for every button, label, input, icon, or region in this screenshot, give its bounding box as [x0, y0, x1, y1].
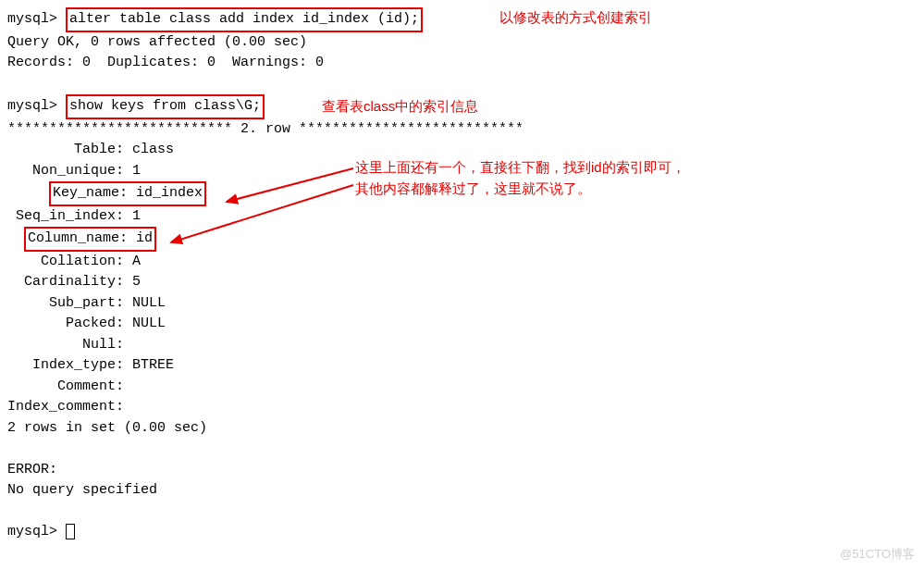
row-header: *************************** 2. row *****…	[7, 119, 917, 141]
f-seq: Seq_in_index: 1	[7, 206, 917, 228]
boxed-keyname: Key_name: id_index	[49, 181, 206, 206]
f-comment: Comment:	[7, 377, 917, 398]
f-cardinality: Cardinality: 5	[7, 272, 917, 293]
prompt: mysql>	[7, 11, 57, 27]
blank3	[7, 502, 917, 523]
error: ERROR:	[7, 460, 917, 481]
line-res1b: Records: 0 Duplicates: 0 Warnings: 0	[7, 53, 917, 74]
f-packed: Packed: NULL	[7, 314, 917, 335]
f-indextype: Index_type: BTREE	[7, 355, 917, 377]
boxed-cmd-1: alter table class add index id_index (id…	[66, 7, 423, 32]
blank2	[7, 439, 917, 460]
line-prompt3: mysql>	[7, 522, 917, 543]
annotation-3a: 这里上面还有一个，直接往下翻，找到id的索引即可，	[355, 157, 685, 179]
pad	[7, 185, 49, 201]
f-null: Null:	[7, 335, 917, 356]
line-res1a: Query OK, 0 rows affected (0.00 sec)	[7, 32, 917, 54]
cursor-icon	[66, 524, 75, 539]
f-colname: Column_name: id	[7, 227, 917, 252]
pad	[7, 230, 24, 246]
annotation-2: 查看表class中的索引信息	[322, 96, 478, 118]
annotation-1: 以修改表的方式创建索引	[499, 7, 652, 29]
watermark: @51CTO博客	[840, 545, 915, 564]
prompt: mysql>	[7, 98, 57, 114]
rows-in-set: 2 rows in set (0.00 sec)	[7, 418, 917, 440]
boxed-cmd-2: show keys from class\G;	[66, 94, 265, 119]
annotation-3b: 其他内容都解释过了，这里就不说了。	[355, 179, 591, 200]
line-cmd1: mysql> alter table class add index id_in…	[7, 7, 917, 32]
f-subpart: Sub_part: NULL	[7, 293, 917, 315]
prompt: mysql>	[7, 524, 57, 539]
blank	[7, 74, 917, 95]
f-indexcomment: Index_comment:	[7, 397, 917, 418]
noquery: No query specified	[7, 480, 917, 502]
boxed-colname: Column_name: id	[24, 227, 156, 252]
f-collation: Collation: A	[7, 252, 917, 273]
